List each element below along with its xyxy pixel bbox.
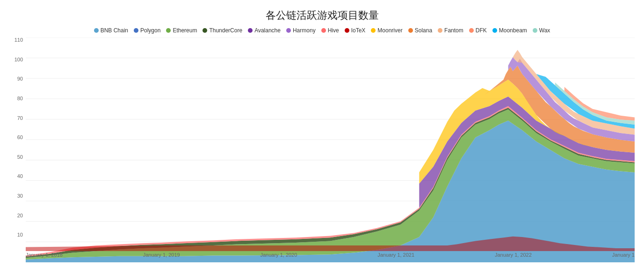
legend-label: DFK [476, 27, 487, 34]
x-axis-label: January 1 [612, 252, 635, 258]
legend-label: Moonriver [377, 27, 402, 34]
legend-dot [408, 28, 413, 33]
y-axis-label: 100 [14, 57, 23, 62]
y-axis-label: 60 [17, 135, 23, 140]
legend-dot [371, 28, 376, 33]
x-axis-label: January 1, 2019 [143, 252, 180, 258]
legend-label: Fantom [444, 27, 463, 34]
legend-label: Wax [539, 27, 550, 34]
legend-label: Ethereum [173, 27, 197, 34]
legend-dot [134, 28, 138, 33]
x-axis-label: January 1, 2022 [495, 252, 532, 258]
legend-dot [203, 28, 207, 33]
legend-dot [286, 28, 291, 33]
legend-item-hive: Hive [321, 27, 339, 34]
legend-item-thundercore: ThunderCore [203, 27, 242, 34]
y-axis-label: 110 [14, 37, 23, 43]
y-axis: 110100908070605040302010 [9, 37, 26, 262]
chart-area: 110100908070605040302010 [9, 37, 635, 262]
legend-item-fantom: Fantom [438, 27, 463, 34]
legend-item-polygon: Polygon [134, 27, 160, 34]
legend-label: Harmony [293, 27, 316, 34]
legend-item-solana: Solana [408, 27, 432, 34]
x-axis-label: January 1, 2020 [260, 252, 297, 258]
y-axis-label: 10 [17, 232, 23, 237]
main-chart-svg [26, 37, 635, 262]
legend-item-ethereum: Ethereum [166, 27, 197, 34]
y-axis-label: 80 [17, 96, 23, 101]
legend-dot [533, 28, 537, 33]
legend-item-wax: Wax [533, 27, 550, 34]
x-axis-label: January 1, 2018 [26, 252, 63, 258]
y-axis-label: 50 [17, 155, 23, 160]
legend-dot [345, 28, 349, 33]
legend: BNB ChainPolygonEthereumThunderCoreAvala… [9, 27, 635, 34]
legend-item-moonbeam: Moonbeam [492, 27, 527, 34]
legend-label: Polygon [140, 27, 160, 34]
chart-title: 各公链活跃游戏项目数量 [9, 8, 635, 22]
legend-dot [492, 28, 497, 33]
legend-label: Hive [328, 27, 339, 34]
legend-label: Moonbeam [499, 27, 527, 34]
legend-item-moonriver: Moonriver [371, 27, 402, 34]
legend-label: IoTeX [351, 27, 366, 34]
legend-item-avalanche: Avalanche [248, 27, 281, 34]
legend-item-harmony: Harmony [286, 27, 316, 34]
chart-container: 各公链活跃游戏项目数量 BNB ChainPolygonEthereumThun… [0, 0, 644, 267]
legend-item-iotex: IoTeX [345, 27, 366, 34]
y-axis-label: 40 [17, 174, 23, 179]
y-axis-label: 70 [17, 116, 23, 121]
legend-item-bnb-chain: BNB Chain [94, 27, 128, 34]
legend-dot [94, 28, 99, 33]
legend-dot [166, 28, 171, 33]
legend-dot [438, 28, 442, 33]
x-axis-label: January 1, 2021 [377, 252, 414, 258]
x-axis-labels: January 1, 2018January 1, 2019January 1,… [26, 252, 635, 262]
y-axis-label: 90 [17, 76, 23, 82]
legend-label: BNB Chain [101, 27, 128, 34]
legend-label: Solana [415, 27, 432, 34]
legend-label: Avalanche [254, 27, 281, 34]
legend-dot [469, 28, 474, 33]
legend-dot [321, 28, 326, 33]
y-axis-label: 30 [17, 193, 23, 199]
legend-label: ThunderCore [209, 27, 242, 34]
legend-item-dfk: DFK [469, 27, 487, 34]
chart-inner: January 1, 2018January 1, 2019January 1,… [26, 37, 635, 262]
y-axis-label: 20 [17, 213, 23, 218]
legend-dot [248, 28, 253, 33]
